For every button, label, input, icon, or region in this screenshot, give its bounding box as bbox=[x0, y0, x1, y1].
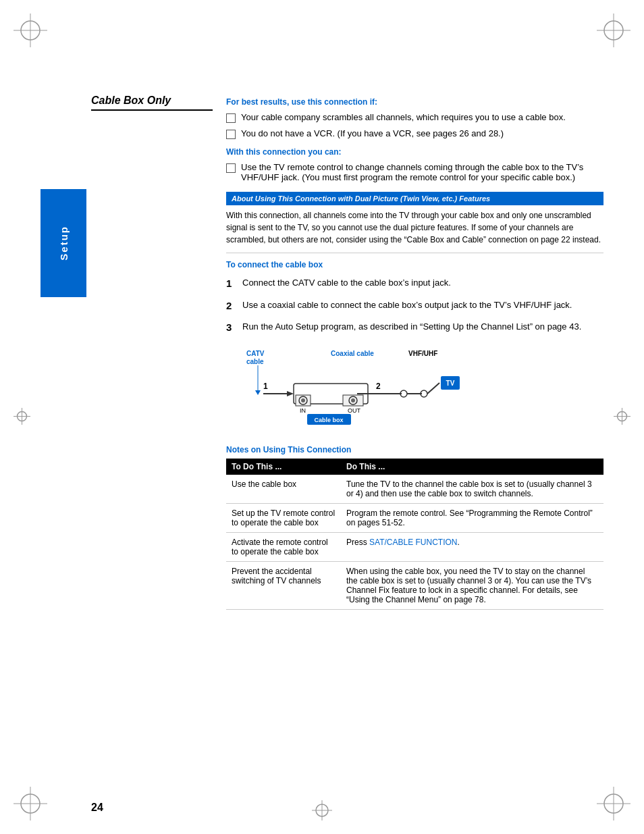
step-2: 2 Use a coaxial cable to connect the cab… bbox=[226, 298, 603, 314]
with-connection-text-1: Use the TV remote control to change chan… bbox=[241, 162, 603, 182]
sidebar-label: Setup bbox=[58, 226, 70, 261]
svg-text:Cable box: Cable box bbox=[314, 417, 343, 423]
step-text-3: Run the Auto Setup program, as described… bbox=[242, 320, 581, 334]
svg-marker-28 bbox=[287, 391, 294, 396]
sat-cable-link: SAT/CABLE FUNCTION bbox=[369, 538, 457, 547]
step-1: 1 Connect the CATV cable to the cable bo… bbox=[226, 276, 603, 292]
numbered-steps: 1 Connect the CATV cable to the cable bo… bbox=[226, 276, 603, 336]
svg-text:OUT: OUT bbox=[348, 407, 361, 414]
connection-diagram: CATV cable Coaxial cable VHF/UHF TV bbox=[226, 346, 603, 434]
center-bottom-crosshair bbox=[312, 800, 332, 820]
step-num-2: 2 bbox=[226, 298, 242, 314]
step-num-3: 3 bbox=[226, 320, 242, 336]
table-row: Prevent the accidental switching of TV c… bbox=[226, 561, 603, 609]
corner-decoration-tl bbox=[14, 14, 47, 47]
with-connection-heading: With this connection you can: bbox=[226, 147, 603, 157]
section-title: Cable Box Only bbox=[91, 95, 213, 111]
side-crosshair-right bbox=[614, 408, 630, 427]
table-cell-todo-0: Use the cable box bbox=[226, 475, 341, 504]
checkbox-icon-1 bbox=[226, 113, 236, 123]
table-row: Activate the remote control to operate t… bbox=[226, 532, 603, 561]
svg-point-35 bbox=[351, 398, 355, 402]
best-results-heading: For best results, use this connection if… bbox=[226, 97, 603, 107]
table-cell-todo-3: Prevent the accidental switching of TV c… bbox=[226, 561, 341, 609]
diagram-svg: CATV cable Coaxial cable VHF/UHF TV bbox=[226, 346, 483, 434]
table-header-col2: Do This ... bbox=[341, 459, 603, 475]
table-header-col1: To Do This ... bbox=[226, 459, 341, 475]
svg-text:IN: IN bbox=[300, 407, 306, 414]
side-crosshair-left bbox=[14, 408, 30, 427]
svg-text:TV: TV bbox=[446, 380, 455, 387]
svg-text:2: 2 bbox=[376, 382, 381, 391]
best-results-text-2: You do not have a VCR. (If you have a VC… bbox=[241, 128, 504, 138]
step-text-2: Use a coaxial cable to connect the cable… bbox=[242, 298, 572, 312]
notes-heading: Notes on Using This Connection bbox=[226, 445, 603, 454]
svg-line-44 bbox=[427, 383, 439, 394]
table-cell-dothis-2: Press SAT/CABLE FUNCTION. bbox=[341, 532, 603, 561]
step-3: 3 Run the Auto Setup program, as describ… bbox=[226, 320, 603, 336]
step-text-1: Connect the CATV cable to the cable box’… bbox=[242, 276, 451, 290]
notes-table: To Do This ... Do This ... Use the cable… bbox=[226, 459, 603, 610]
checkbox-icon-2 bbox=[226, 130, 236, 139]
corner-decoration-bl bbox=[14, 787, 47, 820]
table-row: Use the cable boxTune the TV to the chan… bbox=[226, 475, 603, 504]
table-cell-todo-2: Activate the remote control to operate t… bbox=[226, 532, 341, 561]
table-cell-dothis-1: Program the remote control. See “Program… bbox=[341, 503, 603, 532]
main-content: Cable Box Only For best results, use thi… bbox=[91, 95, 603, 793]
sidebar-tab: Setup bbox=[41, 189, 86, 297]
svg-point-33 bbox=[301, 398, 305, 402]
right-column: For best results, use this connection if… bbox=[226, 97, 603, 610]
with-connection-item-1: Use the TV remote control to change chan… bbox=[226, 162, 603, 182]
table-row: Set up the TV remote control to operate … bbox=[226, 503, 603, 532]
svg-text:VHF/UHF: VHF/UHF bbox=[408, 350, 437, 357]
connect-heading: To connect the cable box bbox=[226, 260, 603, 269]
table-cell-todo-1: Set up the TV remote control to operate … bbox=[226, 503, 341, 532]
best-results-item-1: Your cable company scrambles all channel… bbox=[226, 112, 603, 123]
table-cell-dothis-3: When using the cable box, you need the T… bbox=[341, 561, 603, 609]
notes-section: Notes on Using This Connection To Do Thi… bbox=[226, 445, 603, 610]
svg-text:CATV: CATV bbox=[246, 350, 265, 357]
corner-decoration-tr bbox=[597, 14, 630, 47]
svg-marker-48 bbox=[255, 390, 261, 395]
best-results-text-1: Your cable company scrambles all channel… bbox=[241, 112, 566, 122]
table-cell-dothis-0: Tune the TV to the channel the cable box… bbox=[341, 475, 603, 504]
svg-text:1: 1 bbox=[263, 382, 268, 391]
best-results-item-2: You do not have a VCR. (If you have a VC… bbox=[226, 128, 603, 139]
page-number: 24 bbox=[91, 802, 103, 814]
checkbox-icon-3 bbox=[226, 163, 236, 173]
step-num-1: 1 bbox=[226, 276, 242, 292]
svg-text:Coaxial cable: Coaxial cable bbox=[331, 350, 374, 357]
info-text: With this connection, all channels come … bbox=[226, 209, 603, 253]
info-box: About Using This Connection with Dual Pi… bbox=[226, 192, 603, 205]
svg-text:cable: cable bbox=[246, 358, 264, 365]
